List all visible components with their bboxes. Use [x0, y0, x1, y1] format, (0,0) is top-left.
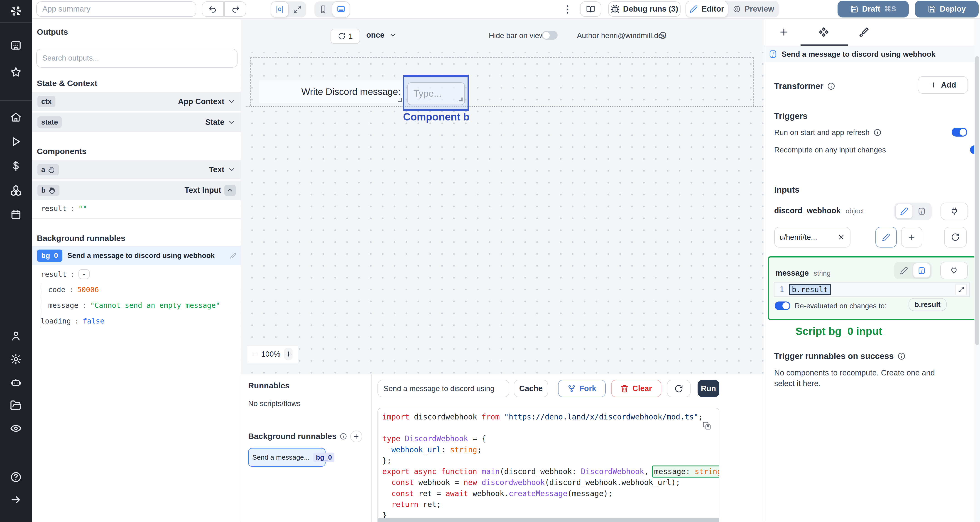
help-icon[interactable]	[10, 471, 22, 483]
tab-styling[interactable]	[859, 27, 870, 38]
tab-component-settings[interactable]	[818, 27, 830, 38]
hide-bar-toggle[interactable]	[542, 31, 558, 40]
center-layout-button[interactable]	[270, 2, 289, 18]
output-row-component-a[interactable]: a Text	[32, 160, 241, 179]
collapse-minus-button[interactable]: -	[78, 269, 90, 279]
clear-x-icon[interactable]	[838, 234, 845, 241]
expand-sidebar-icon[interactable]	[10, 494, 22, 506]
chevron-down-icon[interactable]	[228, 97, 236, 106]
home-icon[interactable]	[10, 111, 22, 123]
info-icon[interactable]	[340, 433, 347, 440]
zoom-out-icon[interactable]	[252, 350, 258, 358]
component-a-chip: a	[37, 164, 59, 176]
chevron-down-icon[interactable]	[228, 166, 236, 174]
tab-preview[interactable]: Preview	[728, 1, 779, 18]
audit-eye-icon[interactable]	[10, 422, 22, 434]
debug-runs-button[interactable]: Debug runs (3)	[608, 2, 681, 17]
edit-pencil-icon[interactable]	[230, 253, 236, 259]
clear-button[interactable]: Clear	[611, 380, 661, 397]
tab-editor[interactable]: Editor	[686, 1, 728, 18]
settings-gear-icon[interactable]	[10, 353, 22, 365]
selected-component-b[interactable]	[403, 75, 469, 111]
panel-scrollbar[interactable]	[974, 19, 980, 522]
search-outputs-input[interactable]	[36, 49, 237, 68]
editor-preview-toggle: Editor Preview	[686, 1, 779, 18]
bg0-result-row[interactable]: result:-	[41, 269, 90, 279]
reeval-toggle[interactable]	[775, 301, 790, 310]
undo-icon	[208, 5, 217, 14]
text-component-a[interactable]: Write Discord message:	[259, 81, 403, 103]
fork-icon	[568, 385, 576, 393]
folders-icon[interactable]	[10, 399, 22, 411]
resources-icon[interactable]	[10, 185, 22, 196]
reeval-target-chip[interactable]: b.result	[908, 298, 947, 311]
resize-handle[interactable]	[459, 97, 463, 102]
add-background-runnable-button[interactable]	[350, 431, 362, 442]
schedule-dropdown[interactable]: once	[366, 30, 397, 40]
cache-button[interactable]: Cache	[514, 380, 548, 397]
eval-mode-button[interactable]	[913, 204, 930, 219]
windmill-logo[interactable]	[9, 4, 23, 18]
run-button[interactable]: Run	[698, 380, 719, 397]
collapse-toggle[interactable]	[224, 185, 236, 196]
desktop-view-button[interactable]	[332, 2, 350, 18]
info-icon[interactable]	[873, 128, 881, 137]
deploy-button[interactable]: Deploy	[915, 1, 978, 18]
chevron-down-icon[interactable]	[228, 118, 236, 126]
horizontal-scrollbar[interactable]	[377, 518, 719, 522]
resource-picker[interactable]: u/henri/te...	[774, 227, 851, 248]
docs-button[interactable]	[580, 2, 601, 17]
zoom-in-button[interactable]	[284, 348, 293, 360]
expand-editor-button[interactable]	[956, 284, 967, 295]
static-mode-button[interactable]	[896, 263, 913, 278]
output-row-state[interactable]: state State	[32, 113, 241, 132]
expression-editor[interactable]: 1 b.result	[774, 282, 970, 297]
static-mode-button[interactable]	[896, 204, 913, 219]
info-icon[interactable]	[897, 352, 905, 360]
resize-handle[interactable]	[398, 98, 402, 102]
kebab-menu-icon	[562, 4, 573, 15]
triggers-title: Triggers	[774, 111, 808, 121]
info-icon[interactable]	[827, 82, 835, 90]
eval-mode-button[interactable]	[913, 263, 930, 278]
undo-button[interactable]	[202, 2, 224, 17]
runs-icon[interactable]	[10, 136, 22, 148]
bg0-runnable-row[interactable]: bg_0 Send a message to discord using web…	[32, 246, 241, 265]
connect-input-button[interactable]	[940, 262, 968, 279]
draft-button[interactable]: Draft⌘S	[838, 1, 909, 18]
mobile-view-button[interactable]	[314, 2, 332, 18]
run-on-start-toggle[interactable]	[951, 128, 967, 137]
redo-button[interactable]	[224, 2, 246, 17]
runnable-name-input[interactable]	[377, 380, 509, 397]
create-resource-button[interactable]	[901, 227, 923, 248]
more-menu-button[interactable]	[562, 4, 573, 15]
refresh-result-button[interactable]	[667, 380, 691, 397]
copy-code-icon[interactable]	[703, 422, 711, 430]
users-icon[interactable]	[10, 330, 22, 342]
tab-insert-component[interactable]	[778, 27, 790, 38]
refresh-count-button[interactable]: 1	[331, 29, 360, 44]
scrollbar-thumb[interactable]	[975, 56, 979, 345]
schedules-icon[interactable]	[10, 209, 22, 221]
text-input-component[interactable]	[407, 82, 465, 105]
bg0-label: Send a message to discord using webhook	[67, 251, 215, 260]
workspace-icon[interactable]	[10, 40, 22, 51]
edit-resource-button[interactable]	[875, 227, 897, 248]
add-transformer-button[interactable]: Add	[918, 76, 968, 94]
output-row-ctx[interactable]: ctx App Context	[32, 92, 241, 111]
hand-pointer-icon	[48, 186, 56, 194]
fork-button[interactable]: Fork	[558, 380, 606, 397]
output-row-component-b[interactable]: b Text Input	[32, 181, 241, 200]
bg0-loading-row: loading:false	[41, 317, 104, 325]
workers-robot-icon[interactable]	[10, 376, 22, 388]
app-summary-input[interactable]	[36, 2, 196, 17]
connect-input-button[interactable]	[940, 202, 968, 220]
billing-icon[interactable]	[10, 160, 22, 172]
component-b-result[interactable]: result:""	[41, 204, 87, 213]
fullscreen-layout-button[interactable]	[289, 2, 306, 18]
code-editor[interactable]: import discordwebhook from "https://deno…	[377, 408, 719, 522]
favorites-star-icon[interactable]	[10, 66, 22, 78]
info-icon[interactable]	[659, 31, 667, 40]
bg0-runnable-item[interactable]: Send a message... bg_0	[248, 448, 326, 467]
refresh-resource-button[interactable]	[944, 227, 967, 248]
